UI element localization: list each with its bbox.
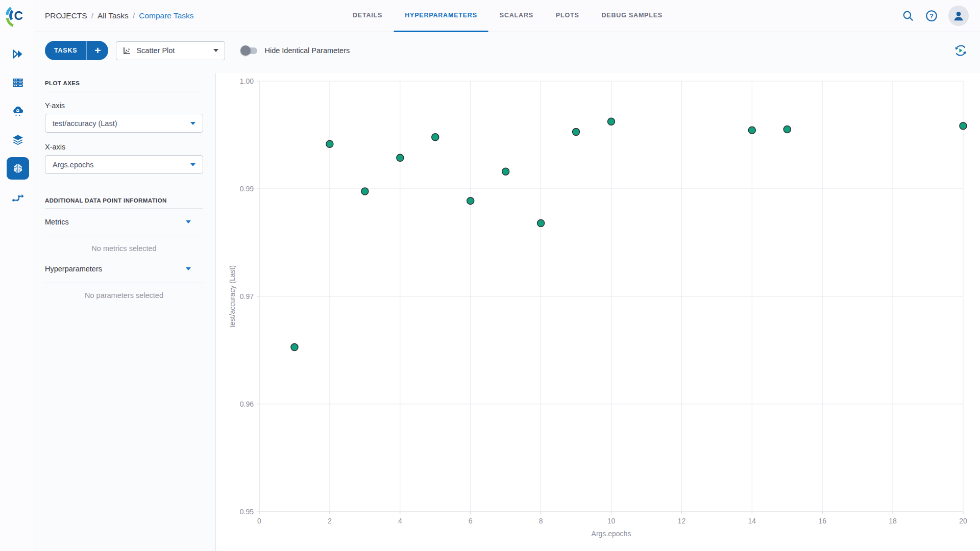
pipeline-icon [11, 190, 24, 204]
add-task-button[interactable]: + [87, 41, 108, 60]
chart-area: 024681012141618200.950.960.970.991.00Arg… [216, 73, 980, 551]
scatter-point[interactable] [748, 127, 755, 134]
x-tick-label: 10 [607, 517, 616, 525]
scatter-point[interactable] [573, 129, 580, 136]
tab-plots[interactable]: PLOTS [545, 0, 591, 32]
y-tick-label: 1.00 [240, 77, 254, 85]
chevron-down-icon [186, 220, 191, 223]
x-tick-label: 18 [889, 517, 897, 525]
sidebar-item-datasets[interactable] [0, 126, 35, 154]
breadcrumb-separator: / [133, 11, 135, 20]
x-tick-label: 8 [539, 517, 543, 525]
header-actions: ? [901, 6, 980, 26]
breadcrumb-separator: / [91, 11, 93, 20]
tab-debug-samples[interactable]: DEBUG SAMPLES [591, 0, 674, 32]
breadcrumb-projects[interactable]: PROJECTS [45, 11, 87, 20]
hyperparameters-label: Hyperparameters [45, 265, 102, 273]
layers-icon [11, 133, 24, 146]
scatter-point[interactable] [361, 188, 369, 195]
user-avatar[interactable] [948, 6, 969, 26]
scatter-point[interactable] [783, 126, 791, 133]
hyperparameters-empty-state: No parameters selected [45, 283, 203, 303]
x-axis-value: Args.epochs [53, 161, 94, 169]
x-tick-label: 12 [678, 517, 686, 525]
clearml-logo[interactable]: C [5, 3, 30, 29]
help-icon[interactable]: ? [925, 9, 938, 22]
toolbar: TASKS + Scatter Plot Hide Identical Para… [35, 32, 980, 73]
breadcrumb-compare-tasks[interactable]: Compare Tasks [139, 11, 193, 20]
active-item-highlight [7, 157, 29, 180]
chevron-down-icon [186, 267, 191, 270]
y-tick-label: 0.96 [240, 400, 254, 408]
spacer [45, 174, 203, 194]
plot-type-select[interactable]: Scatter Plot [116, 41, 225, 60]
chevron-down-icon [190, 122, 195, 125]
scatter-point[interactable] [397, 154, 404, 161]
tab-scalars[interactable]: SCALARS [488, 0, 545, 32]
divider [45, 91, 203, 91]
y-tick-label: 0.99 [240, 185, 254, 193]
svg-text:?: ? [929, 12, 934, 20]
x-axis-title: Args.epochs [592, 530, 631, 538]
search-icon[interactable] [901, 9, 915, 22]
svg-text:C: C [14, 9, 22, 22]
scatter-point[interactable] [537, 220, 545, 227]
sidebar-item-data-processing[interactable] [0, 97, 35, 126]
chevron-down-icon [213, 49, 218, 52]
y-axis-value: test/accuracy (Last) [53, 119, 117, 128]
metrics-label: Metrics [45, 218, 69, 226]
scatter-chart[interactable]: 024681012141618200.950.960.970.991.00Arg… [216, 73, 980, 551]
double-chevron-icon [11, 47, 24, 61]
x-tick-label: 16 [818, 517, 826, 525]
sidebar-item-pipelines[interactable] [0, 183, 35, 211]
sidebar-item-projects[interactable] [0, 40, 35, 68]
top-header: PROJECTS / All Tasks / Compare Tasks DET… [35, 0, 980, 32]
tab-hyperparameters[interactable]: HYPERPARAMETERS [394, 0, 488, 32]
y-axis-title: test/accuracy (Last) [228, 265, 236, 328]
x-axis-label: X-axis [45, 143, 203, 151]
scatter-point[interactable] [291, 344, 298, 351]
tasks-button[interactable]: TASKS + [45, 41, 108, 60]
y-tick-label: 0.97 [240, 292, 254, 300]
additional-info-title: ADDITIONAL DATA POINT INFORMATION [45, 194, 203, 204]
scatter-point[interactable] [960, 122, 967, 130]
person-icon [952, 9, 965, 22]
sidebar-item-experiments-active[interactable] [0, 154, 35, 183]
breadcrumb: PROJECTS / All Tasks / Compare Tasks [45, 11, 194, 20]
scatter-point[interactable] [608, 118, 615, 125]
x-axis-select[interactable]: Args.epochs [45, 155, 203, 174]
x-tick-label: 6 [469, 517, 473, 525]
tasks-button-label: TASKS [45, 47, 86, 54]
breadcrumb-all-tasks[interactable]: All Tasks [97, 11, 129, 20]
x-tick-label: 14 [748, 517, 756, 525]
cloud-gear-icon [11, 105, 24, 118]
toggle-switch[interactable] [242, 47, 257, 54]
plot-type-value: Scatter Plot [136, 46, 175, 55]
metrics-empty-state: No metrics selected [45, 236, 203, 256]
hide-identical-label: Hide Identical Parameters [264, 46, 350, 55]
plot-axes-title: PLOT AXES [45, 77, 203, 86]
tab-details[interactable]: DETAILS [341, 0, 394, 32]
y-tick-label: 0.95 [240, 508, 254, 516]
x-tick-label: 4 [398, 517, 402, 525]
scatter-point[interactable] [432, 134, 439, 141]
scatter-point[interactable] [326, 140, 333, 147]
y-axis-select[interactable]: test/accuracy (Last) [45, 114, 203, 133]
hyperparameters-collapse-header[interactable]: Hyperparameters [45, 256, 203, 278]
metrics-collapse-header[interactable]: Metrics [45, 209, 203, 231]
scatter-point[interactable] [502, 168, 509, 175]
sidebar-item-workers-queues[interactable] [0, 68, 35, 97]
scatter-plot-icon [122, 46, 131, 55]
server-icon [11, 76, 24, 89]
hide-identical-toggle[interactable]: Hide Identical Parameters [242, 46, 350, 55]
chevron-down-icon [190, 163, 195, 166]
x-tick-label: 2 [328, 517, 332, 525]
auto-refresh-icon[interactable] [953, 43, 968, 58]
x-tick-label: 20 [959, 517, 967, 525]
x-tick-label: 0 [257, 517, 261, 525]
plot-settings-panel: PLOT AXES Y-axis test/accuracy (Last) X-… [35, 73, 216, 551]
brain-icon [11, 162, 24, 175]
left-nav-rail: C [0, 0, 35, 551]
scatter-point[interactable] [467, 197, 474, 205]
toggle-knob [240, 45, 251, 56]
